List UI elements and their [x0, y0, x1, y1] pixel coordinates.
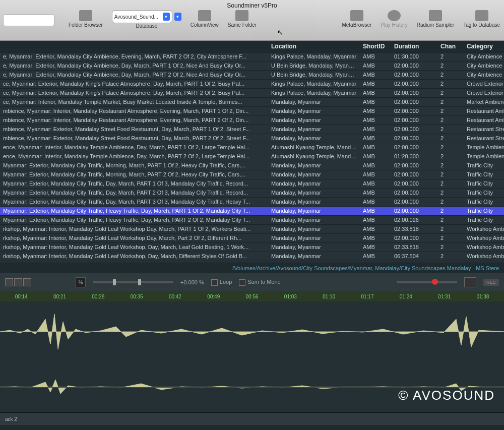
folder-icon [79, 10, 92, 21]
timeline-ruler[interactable]: 00:1400:2100:2800:3500:4200:4900:5601:03… [0, 291, 504, 301]
table-row[interactable]: mbience, Myanmar: Exterior, Mandalay Str… [0, 125, 504, 134]
col-chan[interactable]: Chan [437, 41, 464, 52]
folder-browser-label: Folder Browser [69, 22, 103, 28]
radium-sampler-label: Radium Sampler [417, 22, 454, 28]
loop-checkbox[interactable]: Loop [211, 279, 232, 286]
columns-icon [350, 10, 363, 21]
playback-controls [5, 278, 31, 286]
table-row[interactable]: mbience, Myanmar: Interior, Mandalay Res… [0, 107, 504, 116]
table-row[interactable]: ce, Myanmar: Exterior, Mandalay King's P… [0, 80, 504, 89]
table-row[interactable]: e, Myanmar: Exterior, Mandalay City Ambi… [0, 52, 504, 62]
play-history-button[interactable]: Play History [381, 10, 407, 28]
table-row[interactable]: rkshop, Myanmar: Interior, Mandalay Gold… [0, 225, 504, 234]
radium-sampler-button[interactable]: Radium Sampler [417, 10, 454, 28]
table-row[interactable]: mbience, Myanmar: Exterior, Mandalay Str… [0, 134, 504, 143]
track-label: ack 2 [5, 416, 17, 422]
table-row[interactable]: Myanmar: Exterior, Mandalay City Traffic… [0, 170, 504, 179]
table-row[interactable]: Myanmar: Exterior, Mandalay City Traffic… [0, 198, 504, 207]
chevron-down-icon: ▾ [163, 13, 170, 21]
timeline-tick: 01:38 [464, 294, 502, 299]
meta-browser-label: MetaBrowser [342, 22, 371, 28]
table-row[interactable]: ce, Myanmar: Exterior, Mandalay King's P… [0, 89, 504, 98]
timeline-tick: 01:31 [425, 294, 463, 299]
timeline-tick: 01:10 [310, 294, 348, 299]
col-shortid[interactable]: ShortID [360, 41, 391, 52]
table-row[interactable]: Myanmar: Exterior, Mandalay City Traffic… [0, 179, 504, 189]
table-row[interactable]: Myanmar: Exterior, Mandalay City Traffic… [0, 161, 504, 170]
table-row[interactable]: e, Myanmar: Exterior, Mandalay City Ambi… [0, 62, 504, 71]
play-history-label: Play History [381, 22, 407, 28]
waveform-channel-1 [0, 309, 504, 354]
search-input[interactable] [3, 14, 54, 26]
table-row[interactable]: e, Myanmar: Exterior, Mandalay City Ambi… [0, 71, 504, 80]
tag-icon [475, 10, 488, 21]
table-row[interactable]: ence, Myanmar: Interior, Mandalay Temple… [0, 143, 504, 152]
table-row[interactable]: rkshop, Myanmar: Interior, Mandalay Gold… [0, 234, 504, 243]
col-category[interactable]: Category [464, 41, 504, 52]
volume-slider[interactable] [397, 281, 457, 283]
table-row[interactable]: ce, Myanmar: Interior, Mandalay Temple M… [0, 98, 504, 107]
table-row[interactable]: mbience, Myanmar: Interior, Mandalay Res… [0, 116, 504, 125]
folder-browser-button[interactable]: Folder Browser [69, 10, 103, 28]
cursor-icon: ↖ [277, 28, 283, 36]
same-folder-label: Same Folder [228, 22, 257, 28]
watermark: © AVOSOUND [398, 388, 495, 403]
col-duration[interactable]: Duration [391, 41, 437, 52]
next-button[interactable] [23, 278, 31, 286]
table-row[interactable]: Myanmar: Exterior, Mandalay City Traffic… [0, 207, 504, 216]
waveform-display[interactable]: © AVOSOUND [0, 301, 504, 412]
timeline-tick: 00:35 [117, 294, 156, 299]
table-row[interactable]: rkshop, Myanmar: Interior, Mandalay Gold… [0, 252, 504, 261]
speed-slider[interactable] [93, 281, 173, 283]
table-row[interactable]: Myanmar: Exterior, Mandalay City Traffic… [0, 189, 504, 198]
col-description[interactable] [0, 41, 268, 52]
tag-to-database-button[interactable]: Tag to Database [463, 10, 500, 28]
timeline-tick: 01:24 [387, 294, 425, 299]
timeline-tick: 01:17 [348, 294, 387, 299]
table-header-row: Location ShortID Duration Chan Category [0, 41, 504, 52]
speed-readout: +0.000 % [180, 279, 204, 285]
database-label: Database [136, 23, 157, 29]
record-button[interactable]: REC [483, 279, 499, 286]
column-view-label: ColumnView [191, 22, 219, 28]
same-folder-button[interactable]: Same Folder [228, 10, 257, 28]
window-title: Soundminer v5Pro [0, 2, 504, 9]
file-path: /Volumes/Archive/Avosound/City Soundscap… [0, 263, 504, 273]
timeline-tick: 00:56 [233, 294, 271, 299]
timeline-tick: 01:03 [271, 294, 309, 299]
toolbar: Soundminer v5Pro ↖ Folder Browser Avosou… [0, 0, 504, 41]
footer-bar: ack 2 [0, 412, 504, 425]
play-button[interactable] [14, 278, 22, 286]
column-view-icon [198, 10, 211, 21]
timeline-tick: 00:49 [195, 294, 233, 299]
grid-view-icon[interactable] [464, 277, 476, 287]
table-row[interactable]: ence, Myanmar: Interior, Mandalay Temple… [0, 152, 504, 161]
percent-icon[interactable]: % [76, 277, 86, 287]
transport-bar: % +0.000 % Loop Sum to Mono REC [0, 273, 504, 291]
sampler-icon [429, 10, 442, 21]
database-dropdown[interactable]: Avosound_Sound... ▾ [112, 10, 172, 23]
timeline-tick: 00:42 [156, 294, 194, 299]
sum-to-mono-checkbox[interactable]: Sum to Mono [239, 279, 280, 286]
col-location[interactable]: Location [268, 41, 360, 52]
database-selector[interactable]: Avosound_Sound... ▾ ▾ Database [112, 10, 181, 29]
timeline-tick: 00:21 [40, 294, 79, 299]
table-row[interactable]: rkshop, Myanmar: Interior, Mandalay Gold… [0, 243, 504, 252]
meta-browser-button[interactable]: MetaBrowser [342, 10, 371, 28]
prev-button[interactable] [5, 278, 13, 286]
tag-to-database-label: Tag to Database [463, 22, 500, 28]
clock-icon [388, 10, 401, 21]
table-row[interactable]: Myanmar: Exterior, Mandalay City Traffic… [0, 216, 504, 225]
column-view-button[interactable]: ColumnView [191, 10, 219, 28]
timeline-tick: 00:14 [2, 294, 40, 299]
same-folder-icon [235, 10, 248, 21]
database-action-button[interactable]: ▾ [174, 13, 181, 21]
results-table: Location ShortID Duration Chan Category … [0, 41, 504, 263]
timeline-tick: 00:28 [79, 294, 117, 299]
